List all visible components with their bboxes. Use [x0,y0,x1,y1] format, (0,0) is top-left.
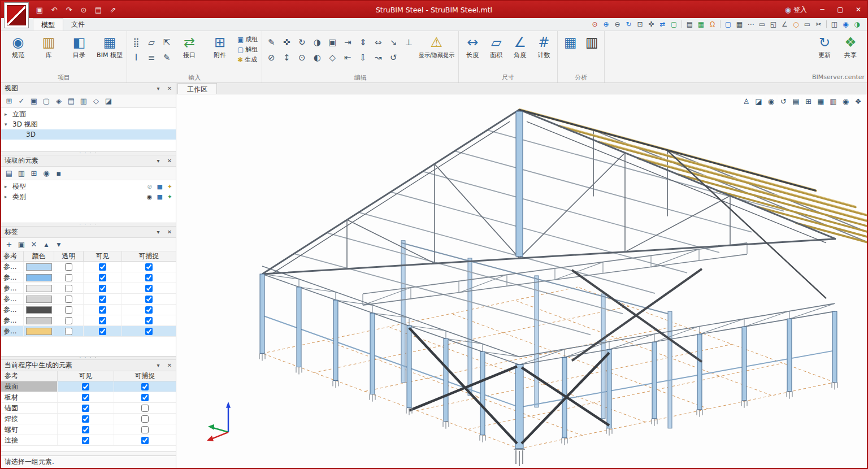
snap-checkbox[interactable] [145,306,153,314]
maximize-button[interactable]: ▢ [832,2,849,17]
snap-checkbox[interactable] [141,405,149,412]
visible-checkbox[interactable] [99,263,106,271]
tag-row[interactable]: 参... [1,262,176,272]
generated-row-welds[interactable]: 焊接 [1,414,176,424]
solid-cube-icon[interactable]: ■ [157,193,162,201]
tab-file[interactable]: 文件 [63,18,93,31]
catalog-button[interactable]: ◧ 目录 [64,32,94,59]
group-button[interactable]: ▣ 成组 [236,34,259,44]
expand-tree-icon[interactable]: ▤ [3,168,15,179]
scale-icon[interactable]: ↘ [387,36,400,49]
standards-button[interactable]: ◉ 规范 [3,32,33,59]
show-hide-tips-button[interactable]: ⚠ 显示/隐藏提示 [416,32,456,59]
camera-icon[interactable]: ▤ [66,95,77,107]
tag-row[interactable]: 参... [1,294,176,305]
transparent-checkbox[interactable] [65,263,72,271]
section-view-icon[interactable]: ◪ [103,95,114,107]
snap-checkbox[interactable] [145,328,153,335]
delete-tag-icon[interactable]: ✕ [28,239,40,250]
center-icon[interactable]: ⊙ [295,51,309,64]
render-icon[interactable]: ▦ [696,19,706,30]
snap-checkbox[interactable] [145,296,153,303]
angle-button[interactable]: ∠ 角度 [509,32,531,59]
chevron-right-icon[interactable]: ▸ [5,111,10,117]
area-button[interactable]: ▱ 面积 [485,32,507,59]
camera2-icon[interactable]: ▥ [78,95,89,107]
erase-icon[interactable]: ⊘ [264,51,278,64]
visible-checkbox[interactable] [99,317,106,324]
close-button[interactable]: ✕ [850,2,867,17]
lob-mode-icon[interactable]: ◱ [768,19,779,30]
length-button[interactable]: ↔ 长度 [461,32,484,59]
visible-checkbox[interactable] [82,394,89,401]
visible-checkbox[interactable] [82,437,89,444]
collapse-panel-icon[interactable]: ▾ [154,85,162,92]
ibeam-profile-icon[interactable]: Ⅰ [129,51,143,64]
app-logo[interactable] [4,2,29,28]
save-icon[interactable]: ▣ [34,4,45,15]
accept-view-icon[interactable]: ✓ [16,95,27,107]
zoom-in-icon[interactable]: ⊕ [601,19,611,30]
table-view-icon[interactable]: ▦ [815,96,826,107]
steel-structure-3d-scene[interactable] [176,94,867,468]
tree-item-categories[interactable]: ▸ 类别 ◉ ■ ✦ [1,192,176,202]
generated-row-sections[interactable]: 截面 [1,381,176,392]
mirror-icon[interactable]: ◑ [310,36,324,49]
interface-button[interactable]: ⇄ 接口 [175,32,204,59]
zoom-refresh-icon[interactable]: ↻ [623,19,634,30]
snap-checkbox[interactable] [145,285,153,292]
tree-item-3d-selected[interactable]: 3D [1,129,176,140]
color-swatch[interactable] [26,285,52,292]
visible-checkbox[interactable] [82,426,89,433]
cut-icon[interactable]: ✂ [813,19,824,30]
generated-row-bolts[interactable]: 螺钉 [1,424,176,435]
copy-tag-icon[interactable]: ▣ [16,239,27,250]
plane-icon[interactable]: ▱ [145,36,158,49]
undo-icon[interactable]: ↶ [49,4,60,15]
move-down-icon[interactable]: ▼ [53,239,64,250]
close-panel-icon[interactable]: ✕ [166,158,173,164]
layers-icon[interactable]: ▥ [828,96,839,107]
color-swatch[interactable] [26,306,52,314]
visible-checkbox[interactable] [99,328,106,335]
tab-model[interactable]: 模型 [33,18,63,31]
color-swatch[interactable] [26,274,52,281]
add-source-icon[interactable]: ⊞ [28,168,40,179]
collapse-panel-icon[interactable]: ▾ [154,229,162,235]
offset-icon[interactable]: ⇥ [341,36,354,49]
perpendicular-icon[interactable]: ⊥ [402,36,415,49]
edit-pencil-icon[interactable]: ✎ [264,36,278,49]
sync-web-icon[interactable]: ◉ [41,168,52,179]
magnet-snap-icon[interactable]: Ω [707,19,718,30]
image-capture-icon[interactable]: ▤ [684,19,695,30]
calculator-button[interactable]: ▦ [560,32,580,52]
visible-checkbox[interactable] [99,285,106,292]
share-button[interactable]: ❖ 共享 [838,32,863,59]
redo-icon[interactable]: ↷ [63,4,75,15]
export-icon[interactable]: ⇗ [107,4,119,15]
color-swatch[interactable] [26,296,52,303]
beam-icon[interactable]: ≡ [145,51,158,64]
extend-icon[interactable]: ↕ [280,51,293,64]
zoom-extents-icon[interactable]: ⊡ [635,19,645,30]
visibility-on-icon[interactable]: ◉ [147,193,153,201]
orbit-view-icon[interactable]: ↺ [778,96,789,107]
visible-checkbox[interactable] [99,306,106,314]
previous-view-icon[interactable]: ▢ [669,19,679,30]
stretch-icon[interactable]: ⇕ [356,36,370,49]
pin-icon[interactable]: ▪ [53,168,64,179]
snap-points-icon[interactable]: ⋯ [745,19,756,30]
snap-checkbox[interactable] [141,383,149,390]
comment-icon[interactable]: ▭ [802,19,813,30]
chevron-right-icon[interactable]: ▸ [5,184,10,189]
ungroup-button[interactable]: ▢ 解组 [236,45,259,54]
zoom-out-icon[interactable]: ⊖ [612,19,623,30]
snap-checkbox[interactable] [141,394,149,401]
add-tag-icon[interactable]: + [3,239,15,250]
move-icon[interactable]: ✜ [280,36,293,49]
material-sphere-icon[interactable]: ◑ [852,19,862,30]
color-swatch[interactable] [26,263,52,271]
sketch-pencil-icon[interactable]: ✎ [160,51,173,64]
frame-icon[interactable]: ▭ [757,19,767,30]
tag-row[interactable]: 参... [1,315,176,326]
